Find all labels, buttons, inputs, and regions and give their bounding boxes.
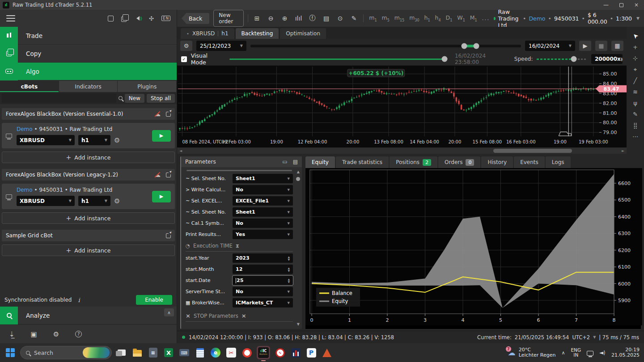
sidebar-item-algo[interactable]: Algo [0,63,177,80]
parameter-dropdown[interactable]: Sheet1▼ [233,207,293,217]
cloud-off-icon[interactable]: ☁ [154,111,161,117]
cbot-search-input[interactable] [2,93,116,103]
params-scrollbar-thumb[interactable] [296,177,300,181]
timeframe-D1[interactable]: D1 [446,14,453,22]
more-tool-icon[interactable]: ⋯ [632,134,638,139]
cloud-off-icon[interactable]: ☁ [154,172,161,177]
new-cbot-button[interactable]: New [125,94,144,103]
parameter-dropdown[interactable]: EXCEL_File1▼ [233,196,293,206]
parameter-spinner[interactable]: 12▲▼ [233,265,293,274]
stop-all-button[interactable]: Stop all [147,94,175,103]
tab-optimisation[interactable]: Optimisation [280,28,326,39]
parameter-spinner[interactable]: 2023▲▼ [233,253,293,263]
timeframe-M1[interactable]: M1 [470,14,477,22]
pointer-tool-icon[interactable]: ➤ [631,32,639,40]
detach-panel-icon[interactable]: ▭ [282,159,287,165]
tab-events[interactable]: Events [514,156,545,168]
sidebar-item-trade[interactable]: Trade [0,27,177,45]
task-view-button[interactable] [116,347,127,358]
indicators-icon[interactable]: ⓕ [308,14,318,22]
enable-sync-button[interactable]: Enable [136,295,172,305]
fit-screen-icon[interactable] [108,16,114,21]
info-icon[interactable]: i [78,297,80,303]
scroll-right-icon[interactable]: ► [621,149,625,153]
timeframe-W1[interactable]: W1 [457,14,465,22]
notepad-icon[interactable] [194,347,206,358]
tab-logs[interactable]: Logs [546,156,571,168]
play-backtest-button[interactable]: ▶ [579,41,591,51]
symbol-dropdown[interactable]: XBRUSD▼ [17,135,75,145]
parameter-dropdown[interactable]: No▼ [233,185,293,194]
settings-gear-icon[interactable]: ⚙ [53,330,59,338]
sidebar-item-analyze[interactable]: Analyze [0,307,177,324]
backtest-settings-gear-icon[interactable]: ⚙ [180,41,192,51]
red-badge-app-icon[interactable]: ∿ [274,347,286,358]
flame-app-icon[interactable] [321,347,333,358]
touch-keyboard-icon[interactable]: ⌨ [178,347,190,358]
playback-progress-slider[interactable] [229,59,445,60]
chart-type-icon[interactable]: ılıl [294,15,304,22]
stop-backtest-button[interactable]: ■ [595,41,607,51]
share-icon[interactable] [166,112,171,117]
timeframe-m30[interactable]: m30 [409,14,419,22]
start-date-dropdown[interactable]: 25/12/2023▼ [196,41,246,51]
tab-positions[interactable]: Positions2 [390,156,437,168]
scroll-left-icon[interactable]: ◄ [178,149,183,153]
cbot-row-essential[interactable]: ForexAlgos BlackBox (Version Essential-1… [2,108,175,120]
parameter-dropdown[interactable]: No▼ [233,287,293,296]
chart-settings-icon[interactable]: ✎ [349,15,359,22]
timezone-selector[interactable]: UTC+2 [572,334,590,341]
tab-backtesting[interactable]: Backtesting [236,28,279,39]
more-timeframes-button[interactable]: ... [482,15,490,21]
brush-tool-icon[interactable]: ✎ [633,111,638,117]
language-button[interactable]: EN [161,16,170,21]
taskbar-clock[interactable]: 20:1921.05.2025 [611,347,640,358]
timeframe-dropdown[interactable]: h1▼ [78,196,110,206]
tab-equity[interactable]: Equity [305,156,335,168]
zoom-out-icon[interactable]: ⊖ [266,15,276,22]
range-end-handle[interactable] [474,43,479,49]
symbol-dropdown[interactable]: XBRUSD▼ [17,196,75,206]
measure-tool-icon[interactable]: ⌖ [634,67,637,72]
tab-plugins[interactable]: Plugins [118,81,176,92]
gear-icon[interactable]: ⚙ [114,197,120,205]
crosshair-tool-icon[interactable]: + [633,44,638,50]
chart-layout-icon[interactable]: ⊞ [252,15,262,22]
add-instance-button[interactable]: +Add instance [2,212,175,224]
start-cbot-button[interactable]: ▶ [152,130,171,142]
chart-scrollbar[interactable]: ◄ ► [177,147,627,154]
layers-icon[interactable]: ▤ [322,15,331,22]
parameter-dropdown[interactable]: Yes▼ [233,230,293,239]
timeframe-m5[interactable]: m5 [382,14,390,22]
volume-icon[interactable]: ◄⟩ [599,349,606,356]
end-date-dropdown[interactable]: 16/02/2024▼ [525,41,575,51]
cbot-row-sample-grid[interactable]: Sample Grid cBot [2,230,175,241]
share-icon[interactable] [166,173,171,177]
language-indicator[interactable]: ENGIN [571,348,581,358]
multi-line-tool-icon[interactable]: ≋ [633,89,638,95]
scroll-up-icon[interactable]: ▲ [297,170,300,174]
sidebar-item-copy[interactable]: Copy [0,45,177,63]
tab-orders[interactable]: Orders0 [438,156,480,168]
p-app-icon[interactable]: P [305,347,317,358]
help-icon[interactable]: ? [75,331,82,337]
new-order-button[interactable]: New order [213,10,243,27]
report-button[interactable]: ▦ [611,41,623,51]
scrollbar-thumb[interactable] [493,149,572,153]
timeframe-dropdown[interactable]: h1▼ [78,135,110,145]
date-range-slider[interactable] [250,45,521,47]
speed-handle[interactable] [571,56,576,62]
start-cbot-button[interactable]: ▶ [152,191,171,202]
sound-icon[interactable]: ⟩⟩ [134,16,142,21]
tab-trade-statistics[interactable]: Trade statistics [336,156,389,168]
withdraw-icon[interactable]: ⇣̲ [9,330,15,338]
tab-history[interactable]: History [481,156,513,168]
start-button[interactable] [4,347,16,358]
taskbar-search[interactable]: Search [20,346,112,359]
parameter-dropdown[interactable]: Sheet1▼ [233,174,293,183]
scroll-down-icon[interactable]: ▼ [297,322,300,326]
gear-icon[interactable]: ⚙ [114,136,120,144]
add-instance-button[interactable]: +Add instance [2,152,175,163]
zoom-in-icon[interactable]: ⊕ [280,15,290,22]
tab-xbrusd-chart[interactable]: • XBRUSD h1 [181,28,234,39]
